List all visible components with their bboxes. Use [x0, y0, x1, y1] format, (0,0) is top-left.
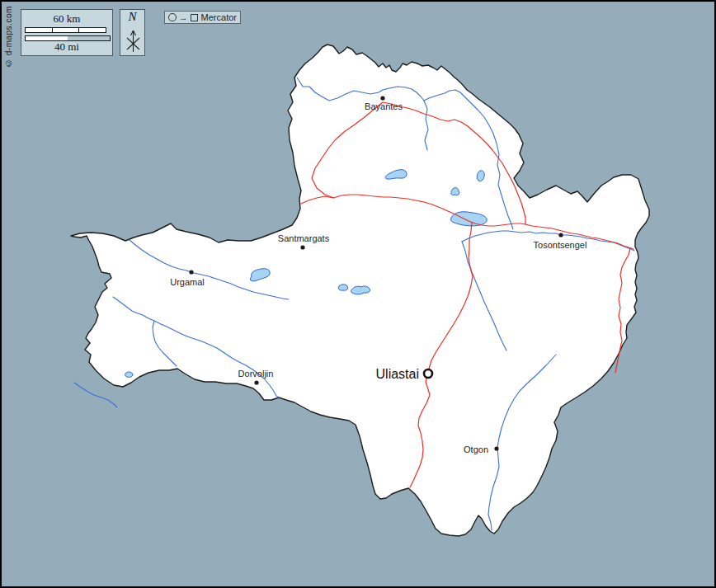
- scale-box: 60 km 40 mi: [21, 9, 113, 56]
- projection-label: Mercator: [200, 12, 237, 22]
- town-marker-otgon: [494, 446, 498, 450]
- town-marker-urgamal: [189, 270, 193, 274]
- map-background: Bayantes Santmargats Tosontsengel Urgama…: [0, 0, 716, 588]
- compass-icon: [120, 24, 146, 55]
- north-indicator: N: [120, 9, 145, 56]
- scale-tick: [52, 28, 53, 32]
- town-label-santmargats: Santmargats: [278, 233, 330, 243]
- capital-marker-uliastai: [424, 369, 432, 378]
- lake: [125, 372, 133, 377]
- town-label-bayantes: Bayantes: [365, 101, 403, 111]
- scale-mi-label: 40 mi: [21, 40, 112, 54]
- town-label-otgon: Otgon: [464, 445, 488, 454]
- square-icon: [191, 14, 198, 21]
- town-label-urgamal: Urgamal: [170, 277, 205, 287]
- town-marker-tosontsengel: [558, 233, 563, 237]
- town-label-uliastai: Uliastai: [376, 367, 419, 381]
- town-marker-santmargats: [300, 245, 304, 249]
- arrow-right-icon: →: [179, 13, 188, 21]
- town-label-tosontsengel: Tosontsengel: [534, 240, 587, 250]
- town-label-dorvoljin: Dorvoljin: [238, 369, 274, 379]
- projection-box: → Mercator: [164, 11, 241, 24]
- town-marker-dorvoljin: [254, 380, 258, 384]
- river-tail: [74, 383, 117, 407]
- north-label: N: [120, 10, 144, 24]
- circle-icon: [168, 13, 177, 21]
- town-marker-bayantes: [380, 96, 384, 100]
- map-canvas: Bayantes Santmargats Tosontsengel Urgama…: [2, 2, 716, 588]
- scale-km-bar: [25, 27, 106, 33]
- lake: [338, 285, 347, 290]
- scale-tick: [78, 28, 79, 32]
- lake: [351, 286, 370, 294]
- copyright-text: © d-maps.com: [4, 10, 13, 68]
- scale-km-label: 60 km: [21, 12, 112, 26]
